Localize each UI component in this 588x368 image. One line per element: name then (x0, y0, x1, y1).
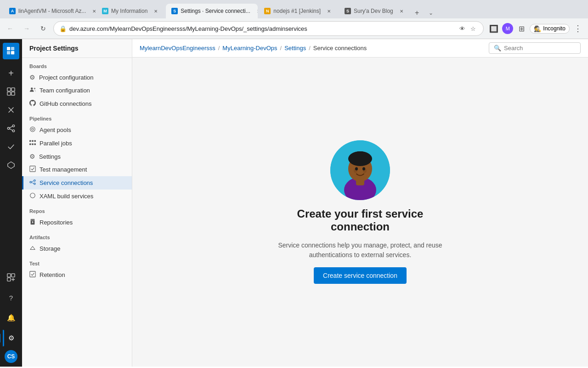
svg-point-45 (362, 167, 365, 171)
sidebar-item-parallel-jobs[interactable]: Parallel jobs (22, 137, 132, 150)
svg-rect-27 (30, 166, 35, 172)
tab-4-label: nodejs #1 [Jenkins] (273, 8, 321, 14)
search-box[interactable]: 🔍 (489, 42, 581, 54)
sidebar-item-service-connections[interactable]: Service connections (22, 176, 132, 190)
activity-pipelines[interactable] (3, 120, 19, 137)
activity-settings[interactable]: ⚙ (3, 330, 19, 346)
svg-rect-4 (7, 88, 11, 91)
tab-1-close[interactable]: ✕ (90, 7, 96, 15)
svg-point-8 (7, 127, 10, 130)
breadcrumb-sep-2: / (280, 45, 282, 52)
sidebar-section-repos: Repos (22, 203, 132, 216)
sidebar: Project Settings Boards ⚙ Project config… (22, 39, 132, 367)
svg-point-19 (30, 127, 35, 132)
tab-2-close[interactable]: ✕ (152, 7, 159, 15)
sidebar-item-agent-pools[interactable]: Agent pools (22, 123, 132, 137)
extension-icon-2[interactable]: M (502, 23, 513, 34)
sidebar-item-storage[interactable]: Storage (22, 242, 132, 255)
eye-icon[interactable]: 👁 (458, 24, 467, 33)
activity-repos[interactable] (3, 102, 19, 118)
test-management-icon (29, 166, 36, 173)
tab-3[interactable]: S Settings · Service connecti... ✕ (166, 4, 258, 18)
extension-icon-1[interactable]: 🔲 (487, 22, 500, 35)
breadcrumb-settings[interactable]: Settings (284, 45, 306, 52)
svg-rect-6 (7, 92, 11, 95)
svg-rect-16 (7, 278, 11, 281)
activity-extensions[interactable] (3, 269, 19, 286)
forward-button[interactable]: → (20, 22, 33, 35)
tab-5[interactable]: S Sury'a Dev Blog ✕ (339, 4, 411, 18)
create-service-connection-button[interactable]: Create service connection (314, 267, 407, 284)
new-tab-button[interactable]: + (412, 7, 423, 18)
activity-artifacts[interactable] (3, 157, 19, 173)
sidebar-item-label: XAML build services (40, 193, 93, 200)
sidebar-item-label: Storage (40, 245, 61, 252)
empty-state-title: Create your first service connection (268, 207, 452, 233)
sidebar-item-team-config[interactable]: Team configuration (22, 84, 132, 97)
empty-state: Create your first service connection Ser… (250, 122, 470, 302)
incognito-button[interactable]: 🕵 Incognito (530, 24, 570, 34)
star-icon[interactable]: ☆ (469, 24, 478, 33)
parallel-jobs-icon (29, 139, 36, 147)
activity-boards[interactable] (3, 83, 19, 100)
empty-state-description: Service connections help you manage, pro… (268, 241, 452, 260)
tab-1[interactable]: A linAgentVM - Microsoft Az... ✕ (4, 4, 96, 18)
service-connections-icon (29, 179, 36, 187)
tab-1-favicon: A (9, 8, 16, 14)
reload-button[interactable]: ↻ (37, 22, 50, 35)
tab-5-label: Sury'a Dev Blog (354, 8, 393, 14)
tab-bar: A linAgentVM - Microsoft Az... ✕ M My In… (0, 0, 588, 18)
sidebar-item-github-connections[interactable]: GitHub connections (22, 97, 132, 110)
sidebar-item-label: Parallel jobs (40, 140, 72, 147)
tab-3-close[interactable]: ✕ (255, 7, 258, 15)
sidebar-section-test: Test (22, 255, 132, 268)
user-avatar[interactable]: CS (5, 350, 17, 363)
xaml-build-icon (29, 192, 36, 200)
address-bar[interactable]: 🔒 dev.azure.com/MylearnDevOpsEngineersss… (53, 21, 484, 36)
sidebar-item-test-management[interactable]: Test management (22, 163, 132, 176)
address-bar-row: ← → ↻ 🔒 dev.azure.com/MylearnDevOpsEngin… (0, 18, 588, 39)
extension-icon-3[interactable]: ⊞ (515, 22, 528, 35)
activity-new[interactable]: + (3, 65, 19, 81)
svg-point-44 (355, 167, 358, 171)
activity-help[interactable]: ? (3, 289, 19, 306)
breadcrumb-current: Service connections (313, 45, 367, 52)
sidebar-header: Project Settings (22, 39, 132, 58)
svg-point-18 (34, 88, 36, 90)
tab-4[interactable]: N nodejs #1 [Jenkins] ✕ (259, 4, 338, 18)
sidebar-item-retention[interactable]: Retention (22, 268, 132, 282)
main-content: MylearnDevOpsEngineersss / MyLearning-De… (132, 39, 588, 367)
svg-rect-14 (7, 274, 11, 277)
svg-point-28 (30, 181, 32, 183)
sidebar-item-label: Test management (40, 166, 87, 173)
back-button[interactable]: ← (4, 22, 17, 35)
svg-point-20 (32, 128, 34, 130)
sidebar-item-label: Project configuration (39, 74, 94, 81)
tab-4-close[interactable]: ✕ (325, 7, 333, 15)
search-input[interactable] (504, 45, 576, 52)
breadcrumb-org[interactable]: MylearnDevOpsEngineersss (140, 45, 215, 52)
activity-testplans[interactable] (3, 138, 19, 155)
tab-4-favicon: N (264, 8, 271, 14)
tab-2[interactable]: M My Information ✕ (96, 4, 165, 18)
sidebar-item-xaml-build[interactable]: XAML build services (22, 190, 132, 203)
breadcrumb-project[interactable]: MyLearning-DevOps (222, 45, 277, 52)
activity-notifications[interactable]: 🔔 (3, 310, 19, 326)
menu-button[interactable]: ⋮ (571, 22, 584, 35)
settings-icon: ⚙ (29, 153, 35, 160)
tab-5-close[interactable]: ✕ (398, 7, 405, 15)
svg-rect-24 (29, 144, 31, 145)
activity-home[interactable] (3, 43, 19, 59)
sidebar-item-project-config[interactable]: ⚙ Project configuration (22, 71, 132, 84)
svg-rect-3 (11, 51, 14, 54)
svg-point-17 (31, 87, 33, 89)
svg-rect-2 (7, 51, 10, 54)
address-icons: 👁 ☆ (458, 24, 478, 33)
svg-point-9 (12, 125, 15, 127)
svg-rect-22 (32, 140, 34, 142)
svg-rect-35 (30, 271, 35, 277)
svg-line-31 (31, 181, 34, 182)
sidebar-item-repositories[interactable]: Repositories (22, 216, 132, 229)
tab-overflow-button[interactable]: ⌄ (425, 7, 436, 18)
sidebar-item-settings[interactable]: ⚙ Settings (22, 150, 132, 163)
